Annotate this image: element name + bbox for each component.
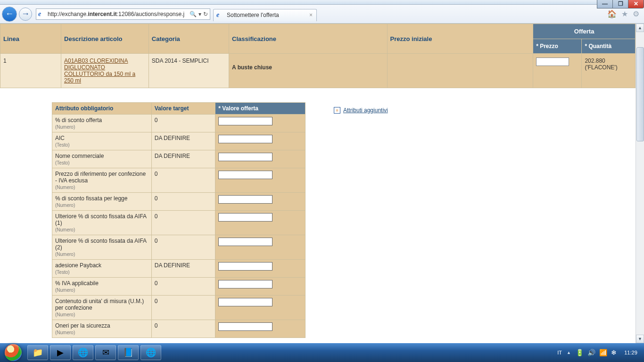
taskbar-app-button[interactable]: ▶	[50, 345, 71, 360]
col-categoria: Categoria	[149, 24, 229, 54]
attr-value-input[interactable]	[218, 262, 272, 271]
article-link[interactable]: A01AB03 CLOREXIDINA DIGLUCONATO COLLUTTO…	[64, 58, 135, 84]
attr-type-label: (Testo)	[55, 142, 149, 148]
table-header-row: Linea Descrizione articolo Categoria Cla…	[0, 24, 636, 39]
attr-value-input[interactable]	[218, 322, 272, 331]
attr-value-cell	[215, 115, 305, 132]
url-dropdown-icon[interactable]: ▾	[198, 11, 201, 17]
col-descrizione: Descrizione articolo	[61, 24, 149, 54]
cell-classificazione: A buste chiuse	[229, 54, 387, 88]
attr-value-input[interactable]	[218, 298, 272, 306]
attr-value-cell	[215, 193, 305, 211]
tools-icon[interactable]: ⚙	[633, 9, 639, 18]
attr-value-cell	[215, 260, 305, 278]
url-text: http://exchange.intercent.it:12086/aucti…	[48, 11, 187, 17]
col-offerta: Offerta	[533, 24, 636, 39]
attr-value-input[interactable]	[218, 213, 272, 222]
window-close-button[interactable]: ✕	[628, 0, 644, 8]
table-row: 1 A01AB03 CLOREXIDINA DIGLUCONATO COLLUT…	[0, 54, 636, 88]
tray-chevron-icon[interactable]: ▲	[567, 350, 571, 355]
attr-value-cell	[215, 296, 305, 320]
attr-name-cell: Contenuto di unita' di misura (U.M.) per…	[52, 296, 152, 320]
attr-type-label: (Numero)	[55, 330, 149, 335]
browser-tab[interactable]: e Sottomettere l'offerta ×	[213, 9, 317, 21]
vertical-scrollbar[interactable]: ▲ ▼	[636, 24, 644, 343]
cell-categoria: SDA 2014 - SEMPLICI	[149, 54, 229, 88]
price-input[interactable]	[536, 58, 569, 66]
cell-quantita: 202.880 ('FLACONE')	[582, 54, 636, 88]
attr-target-cell: 0	[151, 235, 215, 260]
attr-target-cell: DA DEFINIRE	[151, 260, 215, 278]
attr-value-cell	[215, 168, 305, 193]
attr-row: Ulteriore % di sconto fissata da AIFA (1…	[52, 211, 305, 235]
attr-target-cell: 0	[151, 168, 215, 193]
attr-value-cell	[215, 235, 305, 260]
attr-target-cell: 0	[151, 320, 215, 338]
attr-target-cell: DA DEFINIRE	[151, 132, 215, 150]
start-button[interactable]	[0, 343, 26, 362]
attr-value-input[interactable]	[218, 171, 272, 179]
attrs-col-offerta: * Valore offerta	[215, 103, 305, 115]
attr-name-cell: % di sconto fissata per legge(Numero)	[52, 193, 152, 211]
col-quantita: * Quantità	[582, 39, 636, 54]
address-bar[interactable]: e http://exchange.intercent.it:12086/auc…	[36, 8, 210, 20]
attr-row: % IVA applicabile(Numero)0	[52, 278, 305, 296]
additional-attributes: ≡ Attributi aggiuntivi	[334, 107, 388, 114]
attr-value-cell	[215, 150, 305, 168]
taskbar: 📁▶🌐✉📘🌐 IT ▲ 🔋 🔊 📶 ❄ 11:29	[0, 343, 644, 362]
attr-name-cell: AIC(Testo)	[52, 132, 152, 150]
tray-volume-icon[interactable]: 🔊	[587, 349, 595, 356]
attr-type-label: (Numero)	[55, 124, 149, 130]
browser-toolbar: ← → e http://exchange.intercent.it:12086…	[0, 5, 644, 24]
attr-type-label: (Testo)	[55, 160, 149, 165]
attr-value-input[interactable]	[218, 238, 272, 246]
tray-network-icon[interactable]: 📶	[599, 349, 607, 356]
tab-title: Sottomettere l'offerta	[227, 12, 308, 18]
attr-row: Ulteriore % di sconto fissata da AIFA (2…	[52, 235, 305, 260]
taskbar-clock[interactable]: 11:29	[621, 350, 640, 355]
favorites-icon[interactable]: ★	[621, 9, 628, 18]
language-indicator[interactable]: IT	[557, 350, 562, 355]
refresh-icon[interactable]: ↻	[203, 11, 208, 17]
col-linea: Linea	[0, 24, 61, 54]
attrs-col-target: Valore target	[151, 103, 215, 115]
attr-value-input[interactable]	[218, 117, 272, 125]
taskbar-app-button[interactable]: ✉	[95, 345, 116, 360]
attr-name-cell: Ulteriore % di sconto fissata da AIFA (1…	[52, 211, 152, 235]
nav-back-button[interactable]: ←	[2, 7, 17, 22]
window-maximize-button[interactable]: ❐	[612, 0, 628, 8]
tab-bar: e Sottomettere l'offerta ×	[213, 7, 317, 21]
taskbar-app-button[interactable]: 📁	[27, 345, 48, 360]
tray-battery-icon[interactable]: 🔋	[576, 349, 584, 356]
line-items-table: Linea Descrizione articolo Categoria Cla…	[0, 24, 636, 88]
attr-row: Contenuto di unita' di misura (U.M.) per…	[52, 296, 305, 320]
cell-linea: 1	[0, 54, 61, 88]
attr-type-label: (Testo)	[55, 270, 149, 275]
attr-name-cell: Nome commerciale(Testo)	[52, 150, 152, 168]
col-classificazione: Classificazione	[229, 24, 387, 54]
taskbar-app-button[interactable]: 📘	[118, 345, 139, 360]
attr-value-input[interactable]	[218, 280, 272, 288]
tab-close-icon[interactable]: ×	[308, 12, 314, 18]
scrollbar-up-button[interactable]: ▲	[636, 24, 644, 32]
attr-value-input[interactable]	[218, 195, 272, 204]
scrollbar-thumb[interactable]	[636, 47, 644, 141]
attr-value-input[interactable]	[218, 153, 272, 161]
taskbar-app-button[interactable]: 🌐	[140, 345, 161, 360]
search-icon[interactable]: 🔍	[190, 11, 197, 17]
taskbar-app-button[interactable]: 🌐	[73, 345, 93, 360]
attr-value-input[interactable]	[218, 135, 272, 143]
window-minimize-button[interactable]: —	[597, 0, 613, 8]
tray-sync-icon[interactable]: ❄	[611, 349, 617, 356]
attrs-header-row: Attributo obbligatorio Valore target * V…	[52, 103, 305, 115]
home-icon[interactable]: 🏠	[607, 9, 617, 18]
attr-value-cell	[215, 211, 305, 235]
system-tray: IT ▲ 🔋 🔊 📶 ❄ 11:29	[557, 349, 644, 356]
nav-forward-button[interactable]: →	[19, 8, 32, 21]
additional-attributes-link[interactable]: Attributi aggiuntivi	[343, 107, 388, 114]
attr-name-cell: Oneri per la sicurezza(Numero)	[52, 320, 152, 338]
attr-type-label: (Numero)	[55, 203, 149, 208]
attrs-col-name: Attributo obbligatorio	[52, 103, 152, 115]
scrollbar-down-button[interactable]: ▼	[636, 335, 644, 343]
attr-value-cell	[215, 278, 305, 296]
